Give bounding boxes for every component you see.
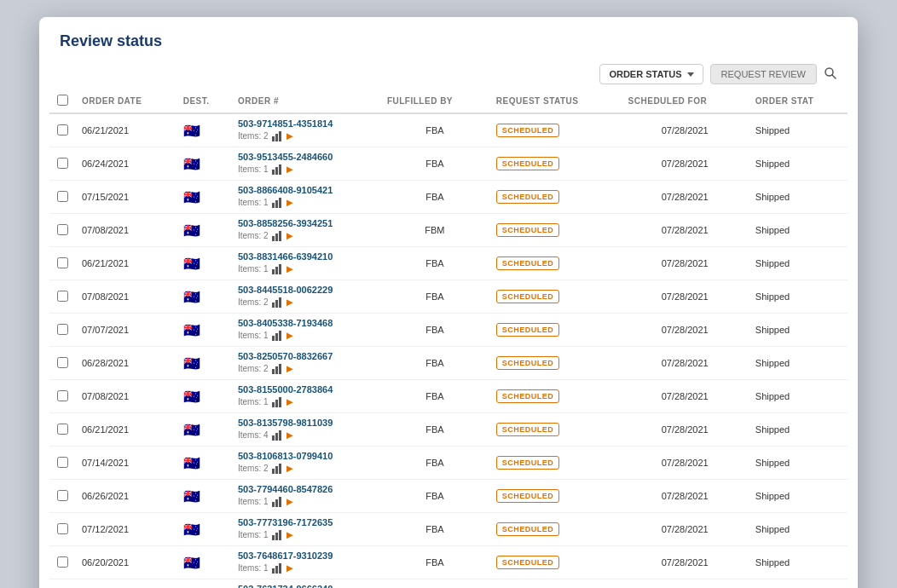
row-checkbox-13[interactable] [57,556,68,568]
table-row: 07/08/2021🇦🇺 503-8858256-3934251 Items: … [49,214,848,247]
fulfilled-by-cell: FBA [380,480,489,513]
row-checkbox-4[interactable] [57,257,68,268]
order-status-cell: Shipped [749,447,848,480]
scheduled-badge[interactable]: SCHEDULED [496,356,560,370]
items-label: Items: 1 [238,331,269,340]
fulfilled-by-cell: FBA [380,447,489,480]
order-date-cell: 07/08/2021 [75,214,177,247]
order-date-cell: 07/12/2021 [75,513,177,546]
col-dest: DEST. [177,89,231,113]
scheduled-badge[interactable]: SCHEDULED [496,456,560,470]
row-checkbox-11[interactable] [57,490,68,501]
search-button[interactable] [824,66,837,83]
orders-table: ORDER DATE DEST. ORDER # FULFILLED BY RE… [49,89,848,588]
bar-chart-icon [272,430,281,441]
dest-cell: 🇦🇺 [177,447,231,480]
bar-chart-icon [272,497,281,507]
arrow-icon: ► [285,329,296,342]
order-status-label: ORDER STATUS [609,69,681,79]
au-flag-icon: 🇦🇺 [183,389,200,404]
scheduled-for-cell: 07/28/2021 [622,280,749,314]
items-label: Items: 2 [238,231,269,240]
row-checkbox-1[interactable] [57,158,68,169]
dest-cell: 🇦🇺 [177,280,231,314]
scheduled-badge[interactable]: SCHEDULED [496,323,560,337]
arrow-icon: ► [285,296,296,308]
order-number: 503-8155000-2783864 [238,384,373,395]
scheduled-badge[interactable]: SCHEDULED [496,223,560,237]
order-status-cell: Shipped [749,347,848,380]
order-num-cell: 503-8135798-9811039 Items: 4 ► [231,413,380,447]
order-date-cell: 07/14/2021 [75,447,177,480]
dest-cell: 🇦🇺 [177,181,231,214]
au-flag-icon: 🇦🇺 [183,356,200,371]
request-review-button[interactable]: REQUEST REVIEW [710,64,817,84]
scheduled-badge[interactable]: SCHEDULED [496,257,560,270]
table-row: 07/15/2021🇦🇺 503-8866408-9105421 Items: … [49,181,848,214]
items-label: Items: 4 [238,430,269,440]
arrow-icon: ► [285,130,296,142]
order-num-cell: 503-8405338-7193468 Items: 1 ► [231,314,380,347]
order-status-cell: Shipped [749,480,848,513]
svg-line-1 [832,75,836,78]
table-row: 07/14/2021🇦🇺 503-8106813-0799410 Items: … [49,447,848,480]
bar-chart-icon [272,164,281,175]
request-status-cell: SCHEDULED [489,314,622,347]
row-checkbox-5[interactable] [57,291,68,302]
arrow-icon: ► [285,196,296,209]
order-status-cell: Shipped [749,147,848,181]
order-number: 503-8405338-7193468 [238,318,373,328]
bar-chart-icon [272,464,281,474]
order-status-cell: Shipped [749,579,848,589]
row-checkbox-0[interactable] [57,124,68,135]
col-order-num: ORDER # [231,89,380,113]
arrow-icon: ► [285,262,296,275]
row-checkbox-9[interactable] [57,424,68,435]
items-label: Items: 1 [238,198,269,207]
scheduled-for-cell: 07/28/2021 [622,113,749,147]
col-order-date: ORDER DATE [75,89,177,113]
order-number: 503-8831466-6394210 [238,251,373,262]
items-row: Items: 2 ► [238,362,373,375]
request-status-cell: SCHEDULED [489,413,622,447]
scheduled-badge[interactable]: SCHEDULED [496,489,560,503]
dest-cell: 🇦🇺 [177,579,231,589]
fulfilled-by-cell: FBA [380,280,489,314]
order-num-cell: 503-8831466-6394210 Items: 1 ► [231,247,380,280]
row-checkbox-8[interactable] [57,390,68,401]
order-number: 503-9513455-2484660 [238,152,373,162]
request-status-cell: SCHEDULED [489,113,622,147]
order-date-cell: 06/20/2021 [75,546,177,579]
scheduled-for-cell: 07/28/2021 [622,447,749,480]
items-label: Items: 1 [238,264,269,274]
row-checkbox-3[interactable] [57,224,68,235]
order-date-cell: 06/23/2021 [75,579,177,589]
scheduled-badge[interactable]: SCHEDULED [496,124,560,137]
row-checkbox-2[interactable] [57,191,68,202]
items-label: Items: 1 [238,497,269,506]
row-checkbox-6[interactable] [57,324,68,335]
order-status-dropdown[interactable]: ORDER STATUS [599,64,703,84]
row-checkbox-10[interactable] [57,457,68,468]
dest-cell: 🇦🇺 [177,513,231,546]
scheduled-badge[interactable]: SCHEDULED [496,157,560,170]
scheduled-badge[interactable]: SCHEDULED [496,190,560,204]
scheduled-badge[interactable]: SCHEDULED [496,556,560,569]
row-checkbox-12[interactable] [57,523,68,534]
bar-chart-icon [272,530,281,540]
search-icon [824,66,837,80]
fulfilled-by-cell: FBA [380,546,489,579]
order-num-cell: 503-8866408-9105421 Items: 1 ► [231,181,380,214]
scheduled-badge[interactable]: SCHEDULED [496,389,560,403]
items-row: Items: 2 ► [238,296,373,308]
order-num-cell: 503-9513455-2484660 Items: 1 ► [231,147,380,181]
scheduled-badge[interactable]: SCHEDULED [496,522,560,536]
dest-cell: 🇦🇺 [177,113,231,147]
au-flag-icon: 🇦🇺 [183,556,200,570]
scheduled-badge[interactable]: SCHEDULED [496,423,560,436]
row-checkbox-7[interactable] [57,357,68,368]
au-flag-icon: 🇦🇺 [183,489,200,504]
scheduled-badge[interactable]: SCHEDULED [496,290,560,303]
dest-cell: 🇦🇺 [177,480,231,513]
select-all-checkbox[interactable] [57,95,68,106]
